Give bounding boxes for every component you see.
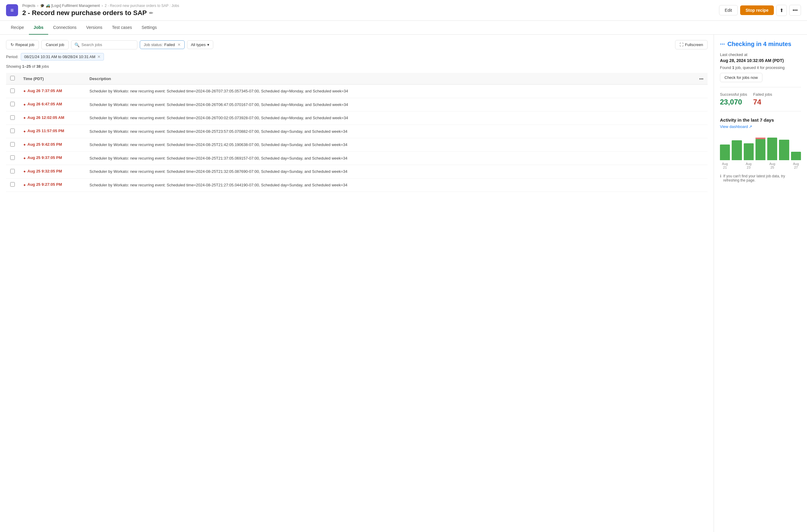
error-icon-3: ⬥ xyxy=(23,129,25,133)
chart-label-1 xyxy=(732,162,742,169)
job-desc-2: Scheduler by Workato: new recurring even… xyxy=(90,115,691,121)
header-content: Projects › 🎓 🚜 [Logs] Fulfilment Managem… xyxy=(22,4,719,17)
cancel-job-button[interactable]: Cancel job xyxy=(41,40,69,50)
breadcrumb-current: 2 - Record new purchase orders to SAP : … xyxy=(105,4,179,8)
tab-jobs[interactable]: Jobs xyxy=(29,21,49,35)
job-status-filter: Job status: Failed ✕ xyxy=(140,40,184,49)
job-desc-5: Scheduler by Workato: new recurring even… xyxy=(90,155,691,162)
last-checked-section: Last checked at Aug 28, 2024 10:32:05 AM… xyxy=(720,52,801,87)
row-checkbox-7[interactable] xyxy=(10,182,15,187)
search-input[interactable] xyxy=(81,42,134,47)
row-checkbox-6[interactable] xyxy=(10,169,15,173)
activity-chart: Aug 21Aug 23Aug 25Aug 27 xyxy=(720,133,801,169)
successful-jobs-label: Successful jobs xyxy=(720,92,747,97)
repeat-icon: ↻ xyxy=(11,42,14,47)
last-checked-label: Last checked at xyxy=(720,52,801,57)
error-icon-0: ⬥ xyxy=(23,88,25,93)
all-types-dropdown[interactable]: All types ▾ xyxy=(187,40,213,49)
period-remove[interactable]: ✕ xyxy=(97,55,100,59)
chart-labels: Aug 21Aug 23Aug 25Aug 27 xyxy=(720,162,801,169)
error-icon-1: ⬥ xyxy=(23,102,25,107)
period-filter-row: Period: 08/21/24 10:31 AM to 08/28/24 10… xyxy=(6,53,708,60)
chart-bar-group-0 xyxy=(720,138,730,160)
job-time-5[interactable]: ⬥ Aug 25 9:37:05 PM xyxy=(23,155,81,160)
desc-col-header: Description xyxy=(85,73,695,84)
showing-total: 38 xyxy=(36,64,41,69)
job-time-7[interactable]: ⬥ Aug 25 9:27:05 PM xyxy=(23,182,81,187)
checking-header: ··· Checking in 4 minutes xyxy=(720,41,801,48)
check-now-button[interactable]: Check for jobs now xyxy=(720,73,763,82)
view-dashboard-link[interactable]: View dashboard ↗ xyxy=(720,124,801,129)
row-checkbox-4[interactable] xyxy=(10,142,15,147)
row-checkbox-5[interactable] xyxy=(10,155,15,160)
bar-green-2 xyxy=(744,143,754,160)
chart-bar-group-5 xyxy=(779,138,789,160)
job-time-3[interactable]: ⬥ Aug 25 11:57:05 PM xyxy=(23,129,81,133)
main-content: ↻ Repeat job Cancel job 🔍 Job status: Fa… xyxy=(0,35,807,532)
failed-jobs-value: 74 xyxy=(753,98,772,106)
tab-versions[interactable]: Versions xyxy=(81,21,107,35)
job-time-2[interactable]: ⬥ Aug 26 12:02:05 AM xyxy=(23,115,81,120)
row-checkbox-1[interactable] xyxy=(10,102,15,106)
tab-recipe[interactable]: Recipe xyxy=(6,21,29,35)
fullscreen-icon: ⛶ xyxy=(680,42,683,47)
toolbar: ↻ Repeat job Cancel job 🔍 Job status: Fa… xyxy=(6,40,708,50)
breadcrumb: Projects › 🎓 🚜 [Logs] Fulfilment Managem… xyxy=(22,4,719,8)
checking-title: Checking in 4 minutes xyxy=(728,41,791,48)
found-count: 1 xyxy=(732,65,734,70)
row-checkbox-0[interactable] xyxy=(10,89,15,93)
more-col-header: ••• xyxy=(695,73,708,84)
chart-label-0: Aug 21 xyxy=(720,162,730,169)
table-header: Time (PDT) Description ••• xyxy=(6,73,708,84)
table-row: ⬥ Aug 26 12:02:05 AM Scheduler by Workat… xyxy=(6,111,708,125)
stop-recipe-button[interactable]: Stop recipe xyxy=(740,5,774,15)
more-options-button[interactable]: ••• xyxy=(789,5,801,16)
row-checkbox-3[interactable] xyxy=(10,129,15,133)
edit-button[interactable]: Edit xyxy=(719,5,738,15)
job-desc-7: Scheduler by Workato: new recurring even… xyxy=(90,182,691,188)
bar-green-5 xyxy=(779,140,789,160)
breadcrumb-projects[interactable]: Projects xyxy=(22,4,35,8)
chart-bar-group-4 xyxy=(767,138,777,160)
tab-settings[interactable]: Settings xyxy=(137,21,162,35)
row-checkbox-2[interactable] xyxy=(10,115,15,120)
chart-label-4: Aug 25 xyxy=(767,162,777,169)
error-icon-7: ⬥ xyxy=(23,182,25,187)
table-row: ⬥ Aug 25 9:37:05 PM Scheduler by Workato… xyxy=(6,151,708,165)
error-icon-4: ⬥ xyxy=(23,142,25,147)
period-label: Period: xyxy=(6,55,18,59)
showing-text: Showing 1–25 of 38 jobs xyxy=(6,64,708,69)
chart-bar-group-2 xyxy=(744,138,754,160)
jobs-panel: ↻ Repeat job Cancel job 🔍 Job status: Fa… xyxy=(0,35,714,532)
chart-label-2: Aug 23 xyxy=(744,162,754,169)
chart-bars xyxy=(720,133,801,160)
bar-green-0 xyxy=(720,145,730,160)
job-time-6[interactable]: ⬥ Aug 25 9:32:05 PM xyxy=(23,169,81,173)
job-desc-6: Scheduler by Workato: new recurring even… xyxy=(90,169,691,175)
activity-title: Activity in the last 7 days xyxy=(720,117,801,122)
table-row: ⬥ Aug 26 6:47:05 AM Scheduler by Workato… xyxy=(6,98,708,111)
breadcrumb-logs[interactable]: 🎓 🚜 [Logs] Fulfilment Management xyxy=(40,4,100,8)
search-box: 🔍 xyxy=(71,40,137,50)
title-edit-icon[interactable]: ✏ xyxy=(149,10,153,16)
tab-test-cases[interactable]: Test cases xyxy=(107,21,137,35)
chart-bar-group-1 xyxy=(732,138,742,160)
error-icon-6: ⬥ xyxy=(23,169,25,173)
job-desc-3: Scheduler by Workato: new recurring even… xyxy=(90,129,691,135)
time-col-header: Time (PDT) xyxy=(19,73,85,84)
app-icon: ≡ xyxy=(6,4,18,16)
bar-green-6 xyxy=(791,152,801,160)
repeat-job-button[interactable]: ↻ Repeat job xyxy=(6,40,39,50)
job-time-4[interactable]: ⬥ Aug 25 9:42:05 PM xyxy=(23,142,81,147)
job-status-remove[interactable]: ✕ xyxy=(177,42,181,47)
upload-button[interactable]: ⬆ xyxy=(776,5,787,16)
job-time-1[interactable]: ⬥ Aug 26 6:47:05 AM xyxy=(23,102,81,107)
fullscreen-button[interactable]: ⛶ Fullscreen xyxy=(675,40,708,50)
bar-green-3 xyxy=(755,139,766,160)
error-icon-5: ⬥ xyxy=(23,155,25,160)
activity-section: Activity in the last 7 days View dashboa… xyxy=(720,117,801,183)
tab-connections[interactable]: Connections xyxy=(48,21,81,35)
job-time-0[interactable]: ⬥ Aug 26 7:37:05 AM xyxy=(23,88,81,93)
error-icon-2: ⬥ xyxy=(23,115,25,120)
select-all-checkbox[interactable] xyxy=(10,76,15,80)
